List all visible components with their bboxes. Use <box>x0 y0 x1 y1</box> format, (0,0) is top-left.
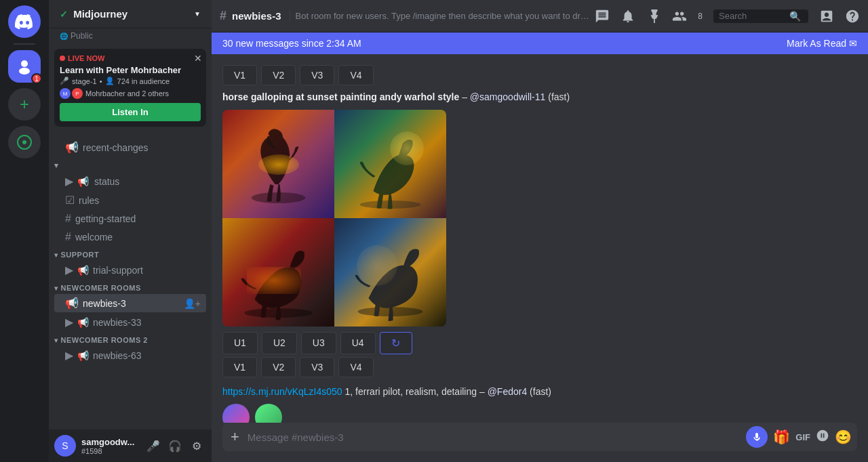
upscale-buttons: U1 U2 U3 U4 ↻ <box>222 332 857 354</box>
channel-category[interactable]: ▾ <box>49 157 212 171</box>
inbox-icon[interactable] <box>819 9 834 24</box>
discord-home-icon[interactable] <box>8 5 41 38</box>
help-icon[interactable] <box>845 9 860 24</box>
prompt-separator: – <box>462 91 470 102</box>
v4-button-bottom[interactable]: V4 <box>338 357 373 377</box>
member-avatar-2: P <box>72 88 83 99</box>
new-messages-banner: 30 new messages since 2:34 AM Mark As Re… <box>212 33 868 54</box>
live-avatars: M P Mohrbacher and 2 others <box>60 88 201 99</box>
message-link[interactable]: https://s.mj.run/vKqLzI4s050 <box>222 386 342 397</box>
u4-button[interactable]: U4 <box>340 332 376 354</box>
image-cell-3[interactable] <box>222 218 334 327</box>
v2-button-bottom[interactable]: V2 <box>261 357 296 377</box>
u3-button[interactable]: U3 <box>301 332 336 354</box>
v3-button-bottom[interactable]: V3 <box>300 357 334 377</box>
search-bar[interactable]: 🔍 <box>713 9 808 23</box>
user-mention[interactable]: @samgoodwill-11 <box>470 91 545 102</box>
image-cell-2[interactable] <box>334 110 446 218</box>
v4-button-top[interactable]: V4 <box>338 65 373 85</box>
messages-area[interactable]: V1 V2 V3 V4 horse galloping at sunset pa… <box>212 54 868 423</box>
main-content: # newbies-3 Bot room for new users. Type… <box>212 0 868 462</box>
u2-button[interactable]: U2 <box>262 332 297 354</box>
refresh-icon: ↻ <box>391 337 400 349</box>
collapse-icon: ▾ <box>54 161 59 170</box>
channel-category-newcomer-rooms[interactable]: ▾ NEWCOMER ROOMS <box>49 280 212 293</box>
pin-icon[interactable] <box>646 9 661 24</box>
speed-tag-2: (fast) <box>530 386 551 397</box>
channel-item-getting-started[interactable]: # getting-started <box>54 210 206 228</box>
current-user-avatar: S <box>54 435 76 457</box>
voice-activity-indicator[interactable] <box>746 426 768 448</box>
new-messages-text: 30 new messages since 2:34 AM <box>222 38 361 49</box>
channel-category-support[interactable]: ▾ SUPPORT <box>49 247 212 260</box>
top-bar: # newbies-3 Bot room for new users. Type… <box>212 0 868 33</box>
emoji-button[interactable]: 😊 <box>835 429 852 445</box>
listen-in-button[interactable]: Listen In <box>60 103 201 121</box>
fedor-mention[interactable]: @Fedor4 <box>488 386 528 397</box>
channel-item-trial-support[interactable]: ▶ 📢 trial-support <box>54 261 206 279</box>
image-cell-1[interactable] <box>222 110 334 218</box>
sticker-button[interactable] <box>816 429 829 446</box>
svg-point-3 <box>22 140 26 144</box>
input-bar: + 🎁 GIF 😊 <box>212 423 868 462</box>
message-input[interactable] <box>248 424 741 450</box>
v3-button-top[interactable]: V3 <box>300 65 334 85</box>
channel-item-newbies-63[interactable]: ▶ 📢 newbies-63 <box>54 346 206 364</box>
user-avatar-icon[interactable]: 1 <box>8 50 41 83</box>
live-close-button[interactable]: ✕ <box>194 53 202 64</box>
members-icon[interactable] <box>672 9 687 24</box>
user-tag-label: #1598 <box>81 447 138 455</box>
variant-buttons-bottom: V1 V2 V3 V4 <box>222 357 857 377</box>
threads-icon[interactable] <box>595 9 610 24</box>
channel-description: Bot room for new users. Type /imagine th… <box>290 11 590 21</box>
u1-button[interactable]: U1 <box>222 332 258 354</box>
v1-button-bottom[interactable]: V1 <box>222 357 257 377</box>
image-cell-4[interactable] <box>334 218 446 327</box>
channel-item-welcome[interactable]: # welcome <box>54 228 206 246</box>
username-label: samgoodw... <box>81 437 138 447</box>
checkbox-icon: ☑ <box>65 194 75 207</box>
notifications-icon[interactable] <box>620 9 635 24</box>
prompt-text: horse galloping at sunset painting andy … <box>222 91 459 102</box>
message-2-separator: – <box>479 386 488 397</box>
message-2-text: https://s.mj.run/vKqLzI4s050 1, ferrari … <box>222 385 857 399</box>
mark-read-icon: ✉ <box>849 38 857 49</box>
channel-item-rules[interactable]: ☑ rules <box>54 191 206 209</box>
variant-buttons-top: V1 V2 V3 V4 <box>222 65 857 85</box>
add-attachment-button[interactable]: + <box>228 423 242 451</box>
server-header[interactable]: ✓ Midjourney ▼ <box>49 0 212 28</box>
newcomer2-chevron-icon: ▾ <box>54 337 58 344</box>
user-settings-button[interactable]: ⚙ <box>187 436 206 455</box>
gif-button[interactable]: GIF <box>795 432 810 442</box>
channel-category-newcomer-rooms-2[interactable]: ▾ NEWCOMER ROOMS 2 <box>49 332 212 345</box>
server-name: Midjourney <box>73 8 127 20</box>
mark-as-read-button[interactable]: Mark As Read ✉ <box>787 38 857 49</box>
folder-newbies63-icon: ▶ <box>65 349 73 362</box>
folder-newbies33-icon: ▶ <box>65 316 73 329</box>
channel-item-newbies-33[interactable]: ▶ 📢 newbies-33 <box>54 313 206 331</box>
top-bar-icons: 8 🔍 <box>595 9 860 24</box>
channel-item-newbies-3[interactable]: 📢 newbies-3 👤+ <box>54 294 206 312</box>
live-dot <box>60 56 65 61</box>
newbies33-hash-icon: 📢 <box>77 317 89 328</box>
speed-tag: (fast) <box>548 91 570 102</box>
avatar-preview-2 <box>255 404 282 423</box>
gift-button[interactable]: 🎁 <box>773 429 790 445</box>
microphone-button[interactable]: 🎤 <box>144 436 163 455</box>
hash-welcome-icon: # <box>65 231 71 243</box>
add-server-button[interactable]: + <box>8 88 41 121</box>
svg-point-0 <box>21 60 28 67</box>
live-title: Learn with Peter Mohrbacher <box>60 65 201 75</box>
search-input[interactable] <box>719 11 787 21</box>
refresh-button[interactable]: ↻ <box>380 332 412 354</box>
explore-button[interactable] <box>8 126 41 159</box>
v1-button-top[interactable]: V1 <box>222 65 257 85</box>
headphones-button[interactable]: 🎧 <box>165 436 184 455</box>
channel-item-status[interactable]: ▶ 📢 status <box>54 172 206 190</box>
server-rail: 1 + <box>0 0 49 462</box>
channel-item-recent-changes[interactable]: 📢 recent-changes <box>54 138 206 156</box>
channel-list: 📢 recent-changes ▾ ▶ 📢 status ☑ rules # … <box>49 132 212 429</box>
v2-button-top[interactable]: V2 <box>261 65 296 85</box>
user-controls: 🎤 🎧 ⚙ <box>144 436 206 455</box>
audience-icon: 👤 <box>105 77 115 85</box>
